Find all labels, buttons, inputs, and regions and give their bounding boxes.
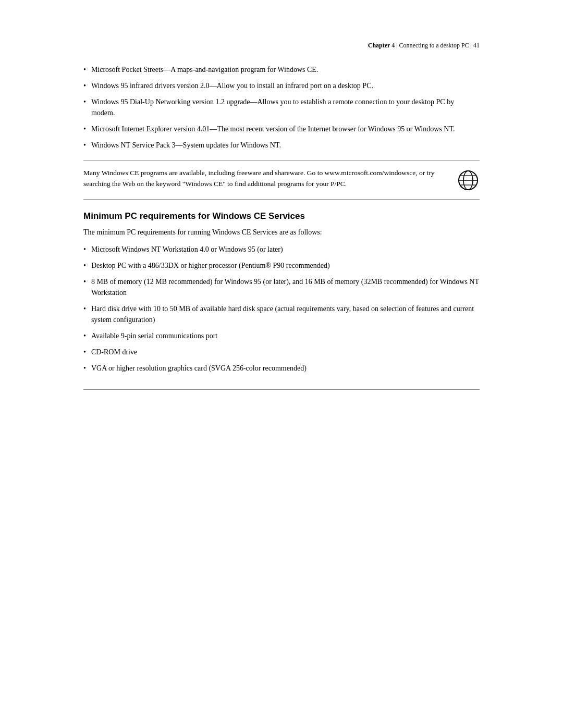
list-item-text: Available 9-pin serial communications po… xyxy=(91,330,217,341)
list-item-text: Microsoft Windows NT Workstation 4.0 or … xyxy=(91,244,283,255)
list-item-text: VGA or higher resolution graphics card (… xyxy=(91,363,307,374)
note-box: Many Windows CE programs are available, … xyxy=(83,160,480,200)
list-item-text: Microsoft Internet Explorer version 4.01… xyxy=(91,124,455,134)
list-item: Windows NT Service Pack 3—System updates… xyxy=(83,140,480,151)
list-item-text: Microsoft Pocket Streets—A maps-and-navi… xyxy=(91,64,318,75)
list-item: Microsoft Internet Explorer version 4.01… xyxy=(83,124,480,134)
page-header: Chapter 4 | Connecting to a desktop PC |… xyxy=(83,42,480,50)
list-item-text: 8 MB of memory (12 MB recommended) for W… xyxy=(91,276,480,298)
list-item-text: Desktop PC with a 486/33DX or higher pro… xyxy=(91,260,330,271)
top-bullet-list: Microsoft Pocket Streets—A maps-and-navi… xyxy=(83,64,480,151)
list-item-text: Windows 95 Dial-Up Networking version 1.… xyxy=(91,96,480,118)
header-separator: | xyxy=(395,42,399,49)
list-item: Microsoft Windows NT Workstation 4.0 or … xyxy=(83,244,480,255)
list-item-text: CD-ROM drive xyxy=(91,347,137,357)
section-bullet-list: Microsoft Windows NT Workstation 4.0 or … xyxy=(83,244,480,374)
list-item: Windows 95 Dial-Up Networking version 1.… xyxy=(83,96,480,118)
list-item-text: Hard disk drive with 10 to 50 MB of avai… xyxy=(91,303,480,325)
header-separator2: | xyxy=(469,42,473,49)
header-text: Chapter 4 | Connecting to a desktop PC |… xyxy=(368,42,480,49)
list-item: Microsoft Pocket Streets—A maps-and-navi… xyxy=(83,64,480,75)
list-item: Hard disk drive with 10 to 50 MB of avai… xyxy=(83,303,480,325)
list-item-text: Windows NT Service Pack 3—System updates… xyxy=(91,140,281,151)
note-icon xyxy=(457,169,480,192)
chapter-label: Chapter 4 xyxy=(368,42,395,49)
globe-icon xyxy=(457,169,480,192)
page-number: 41 xyxy=(473,42,480,49)
bottom-divider xyxy=(83,389,480,390)
list-item: VGA or higher resolution graphics card (… xyxy=(83,363,480,374)
note-text: Many Windows CE programs are available, … xyxy=(83,168,457,190)
chapter-title: Connecting to a desktop PC xyxy=(399,42,469,49)
list-item: CD-ROM drive xyxy=(83,347,480,357)
page: Chapter 4 | Connecting to a desktop PC |… xyxy=(0,0,563,728)
list-item-text: Windows 95 infrared drivers version 2.0—… xyxy=(91,80,373,91)
section-intro: The minimum PC requirements for running … xyxy=(83,227,480,238)
list-item: Available 9-pin serial communications po… xyxy=(83,330,480,341)
list-item: 8 MB of memory (12 MB recommended) for W… xyxy=(83,276,480,298)
section-heading: Minimum PC requirements for Windows CE S… xyxy=(83,211,480,221)
list-item: Windows 95 infrared drivers version 2.0—… xyxy=(83,80,480,91)
list-item: Desktop PC with a 486/33DX or higher pro… xyxy=(83,260,480,271)
